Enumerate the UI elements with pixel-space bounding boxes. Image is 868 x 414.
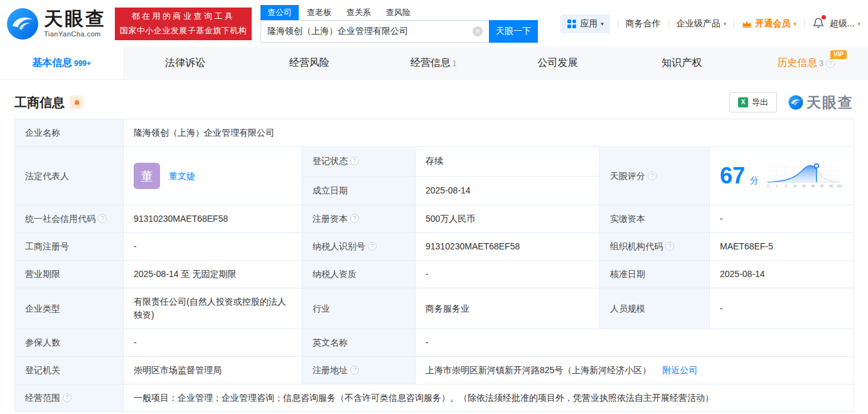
monitor-bell-button[interactable]: [70, 95, 83, 109]
excel-icon: X: [738, 97, 748, 107]
search-box: ✕: [260, 20, 489, 43]
english-name-value: -: [415, 329, 854, 357]
table-row: 经营范围? 一般项目：企业管理；企业管理咨询；信息咨询服务（不含许可类信息咨询服…: [15, 384, 854, 412]
score-axis-labels: 013 155085 9799100: [767, 185, 842, 188]
export-label: 导出: [752, 97, 768, 108]
legal-rep-cell: 董 董文婕: [124, 147, 303, 205]
reg-status-label: 登记状态?: [303, 147, 415, 177]
tab-count: 1: [453, 59, 457, 68]
approval-date-value: 2025-08-14: [710, 261, 854, 288]
apps-icon: [567, 19, 577, 29]
tab-legal-proceedings[interactable]: 法律诉讼: [123, 47, 247, 79]
tab-label: 经营风险: [289, 57, 330, 70]
tab-label: 公司发展: [537, 57, 577, 70]
watermark-text: 天眼查: [806, 93, 854, 112]
company-type-label: 企业类型: [15, 288, 124, 329]
tianyancha-logo[interactable]: 天眼查 TianYanCha.com: [6, 8, 106, 40]
tab-operating-info[interactable]: 经营信息 1: [372, 47, 496, 79]
chevron-down-icon: ▾: [857, 21, 860, 27]
score-cell: 67 分: [710, 147, 854, 205]
industry-label: 行业: [303, 288, 415, 329]
nav-enterprise[interactable]: 企业级产品 ▾: [677, 18, 727, 30]
tab-operating-risk[interactable]: 经营风险: [247, 47, 372, 79]
nav-open-vip[interactable]: 开通会员 ▾: [742, 18, 796, 30]
business-scope-label: 经营范围?: [15, 384, 124, 412]
slogan-banner: 都在用的商业查询工具 国家中小企业发展子基金旗下机构: [115, 8, 252, 40]
svg-text:15: 15: [793, 185, 797, 188]
table-row: 登记机关 崇明区市场监督管理局 注册地址? 上海市崇明区新河镇新开河路825号（…: [15, 357, 854, 384]
divider: [618, 19, 618, 28]
tab-count: 999+: [74, 59, 91, 68]
nav-super-vip[interactable]: 超级... ▾: [830, 18, 860, 30]
search-tab-relation[interactable]: 查关系: [340, 5, 378, 20]
nav-cooperation[interactable]: 商务合作: [626, 18, 661, 30]
logo-swirl-icon: [788, 95, 803, 110]
help-icon[interactable]: ?: [350, 366, 359, 374]
help-icon[interactable]: ?: [826, 59, 835, 68]
reg-status-value: 存续: [415, 147, 600, 177]
svg-text:50: 50: [802, 185, 806, 188]
watermark-logo: 天眼查: [788, 93, 854, 112]
paid-capital-value: -: [710, 205, 854, 233]
help-icon[interactable]: ?: [350, 156, 359, 165]
divider: [668, 19, 669, 28]
credit-code-value: 91310230MAET68EF58: [124, 205, 303, 233]
taxpayer-quality-value: -: [415, 261, 600, 288]
avatar[interactable]: 董: [134, 163, 160, 189]
approval-date-label: 核准日期: [600, 261, 710, 288]
notifications-bell[interactable]: [812, 16, 825, 31]
table-row: 企业名称 隆海领创（上海）企业管理有限公司: [15, 119, 854, 147]
tab-basic-info[interactable]: 基本信息 999+: [0, 47, 123, 79]
chevron-down-icon: ▾: [601, 21, 604, 27]
reg-address-label: 注册地址?: [303, 357, 415, 384]
staff-size-label: 人员规模: [600, 288, 710, 329]
nearby-companies-link[interactable]: 附近公司: [662, 365, 697, 375]
help-icon[interactable]: ?: [665, 242, 674, 251]
slogan-line1: 都在用的商业查询工具: [132, 9, 235, 23]
nav-apps-label: 应用: [580, 18, 597, 30]
svg-text:99: 99: [829, 185, 833, 188]
section-title: 工商信息: [14, 94, 65, 111]
chevron-down-icon: ▾: [724, 21, 727, 27]
staff-size-value: -: [710, 288, 854, 329]
tab-label: 历史信息: [777, 57, 817, 70]
reg-address-value: 上海市崇明区新河镇新开河路825号（上海新河经济小区） 附近公司: [415, 357, 854, 384]
search-input[interactable]: [267, 26, 473, 36]
nav-cooperation-label: 商务合作: [626, 18, 661, 30]
company-type-value: 有限责任公司(自然人投资或控股的法人独资): [124, 288, 303, 329]
paid-capital-label: 实缴资本: [600, 205, 710, 233]
svg-text:100: 100: [837, 185, 842, 188]
search-tab-risk[interactable]: 查风险: [379, 5, 417, 20]
bell-icon: [73, 99, 81, 107]
table-row: 法定代表人 董 董文婕 登记状态? 存续 天眼评分? 67 分: [15, 147, 854, 177]
search-tab-boss[interactable]: 查老板: [300, 5, 338, 20]
search-button[interactable]: 天眼一下: [489, 20, 538, 43]
org-code-label: 组织机构代码?: [600, 233, 710, 261]
tab-company-development[interactable]: 公司发展: [495, 47, 619, 79]
svg-text:85: 85: [812, 185, 815, 188]
company-name-label: 企业名称: [15, 119, 124, 147]
score-marker-pin: [815, 164, 819, 168]
table-row: 统一社会信用代码? 91310230MAET68EF58 注册资本? 500万人…: [15, 205, 854, 233]
help-icon[interactable]: ?: [350, 214, 359, 223]
help-icon[interactable]: ?: [368, 242, 377, 251]
clear-search-icon[interactable]: ✕: [473, 26, 483, 36]
tab-label: 经营信息: [410, 57, 451, 70]
help-icon[interactable]: ?: [98, 214, 107, 223]
reg-authority-label: 登记机关: [15, 357, 124, 384]
table-row: 参保人数 - 英文名称 -: [15, 329, 854, 357]
svg-text:97: 97: [820, 185, 824, 188]
logo-text-cn: 天眼查: [44, 9, 106, 28]
company-name-value: 隆海领创（上海）企业管理有限公司: [124, 119, 854, 147]
logo-text-en: TianYanCha.com: [44, 31, 106, 38]
tab-history-info[interactable]: VIP 历史信息 3 ?: [744, 47, 868, 79]
nav-apps[interactable]: 应用 ▾: [560, 14, 610, 33]
search-tab-company[interactable]: 查公司: [260, 5, 299, 20]
export-button[interactable]: X 导出: [729, 92, 777, 112]
help-icon[interactable]: ?: [63, 393, 72, 402]
credit-code-label: 统一社会信用代码?: [15, 205, 124, 233]
legal-rep-link[interactable]: 董文婕: [169, 170, 195, 183]
tab-intellectual-property[interactable]: 知识产权: [619, 47, 744, 79]
table-row: 营业期限 2025-08-14 至 无固定期限 纳税人资质 - 核准日期 202…: [15, 261, 854, 288]
help-icon[interactable]: ?: [648, 172, 656, 180]
